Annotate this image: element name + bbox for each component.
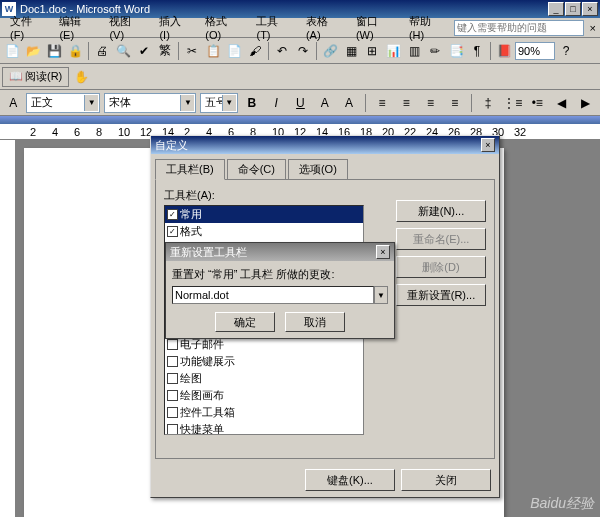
new-doc-icon[interactable]: 📄 — [2, 41, 22, 61]
checkbox[interactable] — [167, 407, 178, 418]
list-item[interactable]: 绘图 — [165, 370, 363, 387]
menu-help[interactable]: 帮助(H) — [403, 12, 452, 43]
minimize-button[interactable]: _ — [548, 2, 564, 16]
close-dialog-button[interactable]: 关闭 — [401, 469, 491, 491]
watermark: Baidu经验 — [530, 495, 594, 513]
format-painter-icon[interactable]: 🖌 — [245, 41, 265, 61]
research-icon[interactable]: 📕 — [494, 41, 514, 61]
drawing-icon[interactable]: ✏ — [425, 41, 445, 61]
align-right-button[interactable]: ≡ — [420, 93, 440, 113]
tab-commands[interactable]: 命令(C) — [227, 159, 286, 180]
checkbox[interactable] — [167, 390, 178, 401]
maximize-button[interactable]: □ — [565, 2, 581, 16]
help-icon[interactable]: ? — [556, 41, 576, 61]
menu-edit[interactable]: 编辑(E) — [53, 12, 101, 43]
list-item-label: 快捷菜单 — [180, 422, 224, 435]
new-toolbar-button[interactable]: 新建(N)... — [396, 200, 486, 222]
checkbox[interactable] — [167, 424, 178, 435]
menu-table[interactable]: 表格(A) — [300, 12, 348, 43]
vertical-ruler[interactable] — [0, 140, 16, 517]
checkbox[interactable] — [167, 373, 178, 384]
align-center-button[interactable]: ≡ — [396, 93, 416, 113]
list-item[interactable]: 控件工具箱 — [165, 404, 363, 421]
font-combo[interactable]: 宋体▼ — [104, 93, 196, 113]
list-item[interactable]: 快捷菜单 — [165, 421, 363, 435]
chevron-down-icon: ▼ — [222, 95, 236, 111]
preview-icon[interactable]: 🔍 — [113, 41, 133, 61]
menu-view[interactable]: 视图(V) — [103, 12, 151, 43]
char-shading-button[interactable]: A — [339, 93, 359, 113]
style-combo[interactable]: 正文▼ — [26, 93, 100, 113]
bullets-button[interactable]: •≡ — [527, 93, 547, 113]
paste-icon[interactable]: 📄 — [224, 41, 244, 61]
subdialog-close-button[interactable]: × — [376, 245, 390, 259]
reset-button[interactable]: 重新设置(R)... — [396, 284, 486, 306]
help-search-input[interactable] — [454, 20, 584, 36]
underline-button[interactable]: U — [290, 93, 310, 113]
list-item[interactable]: ✓常用 — [165, 206, 363, 223]
numbering-button[interactable]: ⋮≡ — [502, 93, 523, 113]
excel-icon[interactable]: 📊 — [383, 41, 403, 61]
show-marks-icon[interactable]: ¶ — [467, 41, 487, 61]
styles-pane-icon[interactable]: A — [4, 93, 22, 113]
tab-toolbars[interactable]: 工具栏(B) — [155, 159, 225, 180]
keyboard-button[interactable]: 键盘(K)... — [305, 469, 395, 491]
print-icon[interactable]: 🖨 — [92, 41, 112, 61]
dialog-titlebar[interactable]: 自定义 × — [151, 136, 499, 154]
menu-insert[interactable]: 插入(I) — [153, 12, 197, 43]
open-icon[interactable]: 📂 — [23, 41, 43, 61]
reading-button[interactable]: 📖 阅读(R) — [2, 67, 69, 87]
cut-icon[interactable]: ✂ — [182, 41, 202, 61]
reset-message: 重置对 “常用” 工具栏 所做的更改: — [172, 267, 388, 282]
redo-icon[interactable]: ↷ — [293, 41, 313, 61]
hand-icon[interactable]: ✋ — [71, 67, 91, 87]
columns-icon[interactable]: ▥ — [404, 41, 424, 61]
increase-indent-button[interactable]: ▶ — [576, 93, 596, 113]
save-icon[interactable]: 💾 — [44, 41, 64, 61]
permission-icon[interactable]: 🔒 — [65, 41, 85, 61]
align-left-button[interactable]: ≡ — [372, 93, 392, 113]
undo-icon[interactable]: ↶ — [272, 41, 292, 61]
line-spacing-button[interactable]: ‡ — [478, 93, 498, 113]
menu-tools[interactable]: 工具(T) — [250, 12, 297, 43]
size-combo[interactable]: 五号▼ — [200, 93, 237, 113]
border-char-button[interactable]: A — [315, 93, 335, 113]
checkbox[interactable] — [167, 339, 178, 350]
template-input[interactable] — [172, 286, 374, 304]
menu-file[interactable]: 文件(F) — [4, 12, 51, 43]
tables-icon[interactable]: ▦ — [341, 41, 361, 61]
tab-options[interactable]: 选项(O) — [288, 159, 348, 180]
checkbox[interactable]: ✓ — [167, 226, 178, 237]
list-item[interactable]: ✓格式 — [165, 223, 363, 240]
list-item-label: 格式 — [180, 224, 202, 239]
menu-bar: 文件(F) 编辑(E) 视图(V) 插入(I) 格式(O) 工具(T) 表格(A… — [0, 18, 600, 38]
list-item-label: 控件工具箱 — [180, 405, 235, 420]
subdialog-titlebar[interactable]: 重新设置工具栏 × — [166, 243, 394, 261]
docmap-icon[interactable]: 📑 — [446, 41, 466, 61]
list-item-label: 常用 — [180, 207, 202, 222]
chinese-icon[interactable]: 繁 — [155, 41, 175, 61]
zoom-combo[interactable]: 90% — [515, 42, 555, 60]
italic-button[interactable]: I — [266, 93, 286, 113]
reading-toolbar: 📖 阅读(R) ✋ — [0, 64, 600, 90]
list-item[interactable]: 功能键展示 — [165, 353, 363, 370]
hyperlink-icon[interactable]: 🔗 — [320, 41, 340, 61]
spellcheck-icon[interactable]: ✔ — [134, 41, 154, 61]
dialog-close-button[interactable]: × — [481, 138, 495, 152]
list-item[interactable]: 绘图画布 — [165, 387, 363, 404]
menu-format[interactable]: 格式(O) — [199, 12, 248, 43]
chevron-down-icon: ▼ — [84, 95, 98, 111]
doc-close-button[interactable]: × — [590, 22, 596, 34]
chevron-down-icon[interactable]: ▼ — [374, 286, 388, 304]
close-button[interactable]: × — [582, 2, 598, 16]
checkbox[interactable]: ✓ — [167, 209, 178, 220]
menu-window[interactable]: 窗口(W) — [350, 12, 401, 43]
align-justify-button[interactable]: ≡ — [445, 93, 465, 113]
bold-button[interactable]: B — [242, 93, 262, 113]
cancel-button[interactable]: 取消 — [285, 312, 345, 332]
copy-icon[interactable]: 📋 — [203, 41, 223, 61]
decrease-indent-button[interactable]: ◀ — [551, 93, 571, 113]
insert-table-icon[interactable]: ⊞ — [362, 41, 382, 61]
checkbox[interactable] — [167, 356, 178, 367]
ok-button[interactable]: 确定 — [215, 312, 275, 332]
